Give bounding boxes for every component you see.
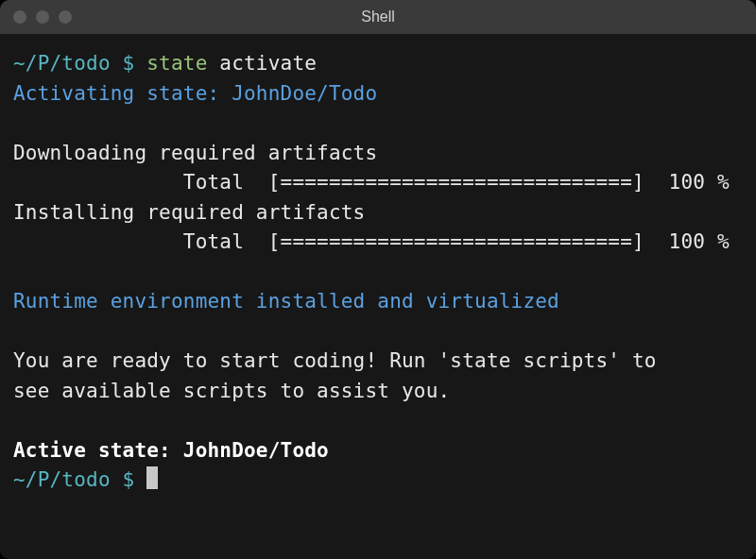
terminal-window: Shell ~/P/todo $ state activateActivatin… [0,0,756,559]
prompt-symbol: $ [123,52,135,75]
progress-bar-2: [=============================] [268,230,644,253]
window-titlebar: Shell [0,0,756,34]
close-window-button[interactable] [13,10,26,24]
minimize-window-button[interactable] [36,10,49,24]
progress-bar-1: [=============================] [268,171,644,194]
cursor [146,466,158,489]
command-name: state [146,52,207,75]
window-title: Shell [0,8,756,25]
prompt-path: ~/P/todo [13,52,111,75]
progress-pct-1: 100 % [669,171,730,194]
downloading-label: Downloading required artifacts [13,142,377,164]
installing-label: Installing required artifacts [13,201,365,224]
window-controls [0,10,72,24]
progress-pct-2: 100 % [669,230,730,253]
command-arg: activate [219,52,317,75]
prompt-path-2: ~/P/todo [13,468,111,491]
total-label-1: Total [183,171,244,194]
maximize-window-button[interactable] [59,10,72,24]
active-state-line: Active state: JohnDoe/Todo [13,439,329,462]
prompt-symbol-2: $ [123,468,135,491]
activating-line: Activating state: JohnDoe/Todo [13,82,377,105]
terminal-output[interactable]: ~/P/todo $ state activateActivating stat… [0,34,756,559]
ready-line-2: see available scripts to assist you. [13,380,450,402]
total-label-2: Total [183,230,244,253]
runtime-line: Runtime environment installed and virtua… [13,290,559,313]
ready-line-1: You are ready to start coding! Run 'stat… [13,349,657,372]
